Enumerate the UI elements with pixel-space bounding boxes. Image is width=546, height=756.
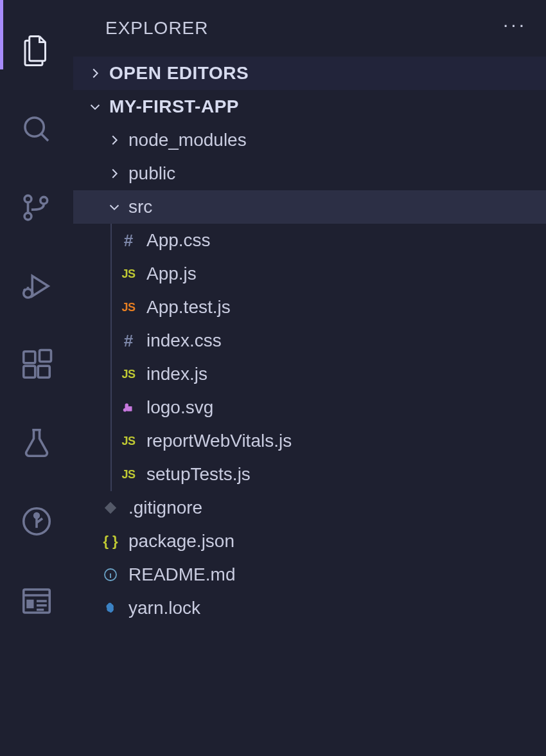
chevron-down-icon bbox=[104, 200, 125, 214]
svg-icon bbox=[117, 396, 140, 419]
svg-rect-13 bbox=[127, 406, 132, 411]
activity-source-control[interactable] bbox=[0, 168, 73, 247]
file-label: index.js bbox=[146, 364, 207, 384]
files-icon bbox=[19, 33, 54, 68]
file-app-js[interactable]: JS App.js bbox=[112, 257, 546, 291]
info-icon bbox=[99, 563, 122, 586]
file-label: yarn.lock bbox=[128, 598, 200, 618]
folder-node-modules[interactable]: node_modules bbox=[73, 123, 546, 157]
css-icon: # bbox=[117, 229, 140, 252]
folder-label: public bbox=[128, 163, 175, 184]
file-label: index.css bbox=[146, 330, 222, 351]
activity-bar bbox=[0, 0, 73, 756]
file-index-js[interactable]: JS index.js bbox=[112, 357, 546, 391]
svg-rect-5 bbox=[24, 352, 35, 363]
file-index-css[interactable]: # index.css bbox=[112, 324, 546, 357]
activity-explorer[interactable] bbox=[0, 12, 73, 90]
folder-src[interactable]: src bbox=[73, 190, 546, 224]
file-yarn-lock[interactable]: yarn.lock bbox=[73, 591, 546, 625]
svg-rect-8 bbox=[40, 350, 51, 362]
chevron-right-icon bbox=[104, 166, 125, 181]
sidebar-header: EXPLORER ··· bbox=[73, 0, 546, 57]
section-open-editors[interactable]: OPEN EDITORS bbox=[73, 57, 546, 90]
file-label: App.test.js bbox=[146, 297, 231, 318]
chevron-down-icon bbox=[85, 100, 105, 114]
file-setuptests-js[interactable]: JS setupTests.js bbox=[112, 458, 546, 491]
file-logo-svg[interactable]: logo.svg bbox=[112, 391, 546, 424]
extensions-icon bbox=[19, 347, 54, 382]
file-label: App.css bbox=[146, 230, 211, 251]
file-readme-md[interactable]: README.md bbox=[73, 558, 546, 591]
flask-icon bbox=[19, 426, 54, 460]
src-children: # App.css JS App.js JS App.test.js # ind… bbox=[110, 224, 546, 491]
explorer-sidebar: EXPLORER ··· OPEN EDITORS MY-FIRST-APP n… bbox=[73, 0, 546, 756]
file-label: reportWebVitals.js bbox=[146, 431, 292, 451]
js-test-icon: JS bbox=[117, 296, 140, 319]
file-label: README.md bbox=[128, 564, 235, 585]
svg-rect-7 bbox=[38, 366, 49, 377]
svg-rect-6 bbox=[24, 366, 35, 377]
svg-point-10 bbox=[35, 514, 39, 518]
more-actions-button[interactable]: ··· bbox=[503, 15, 527, 34]
folder-label: src bbox=[128, 197, 152, 217]
file-reportwebvitals-js[interactable]: JS reportWebVitals.js bbox=[112, 424, 546, 458]
sidebar-title: EXPLORER bbox=[105, 18, 503, 39]
chevron-right-icon bbox=[104, 133, 125, 147]
activity-panel-toggle[interactable] bbox=[0, 562, 73, 640]
css-icon: # bbox=[117, 329, 140, 352]
play-bug-icon bbox=[19, 269, 54, 303]
file-label: package.json bbox=[128, 531, 234, 552]
search-icon bbox=[19, 112, 54, 147]
file-label: setupTests.js bbox=[146, 464, 251, 485]
svg-point-3 bbox=[40, 197, 48, 204]
folder-label: node_modules bbox=[128, 130, 247, 150]
svg-point-4 bbox=[24, 289, 33, 298]
yarn-icon bbox=[99, 597, 122, 620]
file-gitignore[interactable]: .gitignore bbox=[73, 491, 546, 525]
folder-public[interactable]: public bbox=[73, 157, 546, 190]
file-package-json[interactable]: { } package.json bbox=[73, 525, 546, 558]
file-label: .gitignore bbox=[128, 498, 202, 518]
js-icon: JS bbox=[117, 429, 140, 453]
svg-point-1 bbox=[24, 195, 31, 203]
js-icon: JS bbox=[117, 363, 140, 386]
activity-extensions[interactable] bbox=[0, 325, 73, 404]
branch-icon bbox=[19, 190, 54, 225]
activity-search[interactable] bbox=[0, 90, 73, 168]
js-icon: JS bbox=[117, 262, 140, 285]
json-icon: { } bbox=[99, 530, 122, 553]
panel-icon bbox=[19, 584, 54, 618]
file-label: App.js bbox=[146, 264, 197, 284]
js-icon: JS bbox=[117, 463, 140, 486]
activity-git-graph[interactable] bbox=[0, 482, 73, 561]
file-label: logo.svg bbox=[146, 397, 213, 418]
git-icon bbox=[99, 496, 122, 519]
file-app-css[interactable]: # App.css bbox=[112, 224, 546, 257]
activity-testing[interactable] bbox=[0, 404, 73, 482]
git-circle-icon bbox=[19, 504, 54, 539]
svg-rect-12 bbox=[26, 600, 33, 609]
svg-point-2 bbox=[24, 213, 31, 220]
file-app-test-js[interactable]: JS App.test.js bbox=[112, 291, 546, 324]
file-tree: node_modules public src # App.css JS App… bbox=[73, 123, 546, 625]
section-open-editors-label: OPEN EDITORS bbox=[109, 63, 249, 84]
chevron-right-icon bbox=[85, 66, 105, 80]
section-project[interactable]: MY-FIRST-APP bbox=[73, 90, 546, 123]
activity-debug[interactable] bbox=[0, 247, 73, 325]
section-project-label: MY-FIRST-APP bbox=[109, 96, 239, 117]
